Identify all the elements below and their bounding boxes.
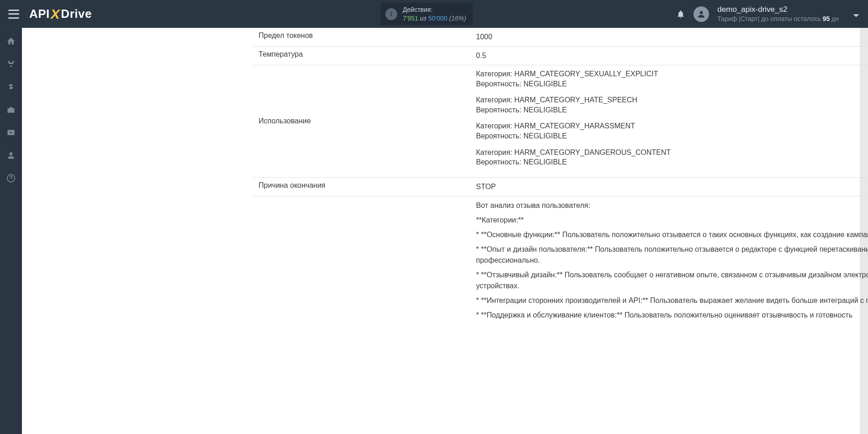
user-name: demo_apix-drive_s2 — [717, 5, 839, 15]
analysis-line: * **Основные функции:** Пользователь пол… — [476, 229, 868, 240]
usage-category: Категория: HARM_CATEGORY_HATE_SPEECHВеро… — [476, 95, 868, 115]
sidebar-connections[interactable] — [6, 59, 16, 69]
token-limit-value: 1000 — [471, 28, 868, 47]
temperature-label: Температура — [253, 47, 471, 65]
table-row: Причина окончания STOP — [253, 177, 868, 196]
content-area: Предел токенов 1000 Температура 0.5 Испо… — [22, 28, 868, 434]
data-panel: Предел токенов 1000 Температура 0.5 Испо… — [22, 28, 860, 434]
menu-toggle-button[interactable] — [8, 10, 19, 19]
actions-numbers: 7'951 из 50'000 (16%) — [403, 14, 466, 22]
top-bar: APIXDrive i Действия: 7'951 из 50'000 (1… — [0, 0, 868, 28]
finish-value: STOP — [471, 177, 868, 196]
user-block[interactable]: demo_apix-drive_s2 Тариф |Старт| до опла… — [717, 5, 839, 23]
user-plan: Тариф |Старт| до оплаты осталось 95 дн — [717, 15, 839, 23]
usage-category: Категория: HARM_CATEGORY_SEXUALLY_EXPLIC… — [476, 69, 868, 89]
sidebar-help[interactable] — [6, 173, 16, 183]
finish-label: Причина окончания — [253, 177, 471, 196]
table-row: Температура 0.5 — [253, 47, 868, 65]
sidebar-billing[interactable] — [6, 82, 16, 92]
analysis-line: * **Интеграции сторонних производителей … — [476, 295, 868, 306]
table-row: Использование Категория: HARM_CATEGORY_S… — [253, 65, 868, 178]
table-row: Предел токенов 1000 — [253, 28, 868, 47]
sidebar-home[interactable] — [6, 36, 16, 46]
sidebar-briefcase[interactable] — [6, 105, 16, 115]
sidebar-video[interactable] — [6, 127, 16, 138]
token-limit-label: Предел токенов — [253, 28, 471, 47]
usage-value: Категория: HARM_CATEGORY_SEXUALLY_EXPLIC… — [471, 65, 868, 178]
result-table: Предел токенов 1000 Температура 0.5 Испо… — [253, 28, 868, 328]
logo[interactable]: APIXDrive — [29, 6, 92, 22]
temperature-value: 0.5 — [471, 47, 868, 65]
analysis-line: * **Опыт и дизайн пользователя:** Пользо… — [476, 244, 868, 266]
actions-counter[interactable]: i Действия: 7'951 из 50'000 (16%) — [381, 3, 473, 25]
usage-label: Использование — [253, 65, 471, 178]
analysis-value: Вот анализ отзыва пользователя: **Катего… — [471, 196, 868, 328]
chevron-down-icon[interactable] — [852, 12, 860, 16]
analysis-line: * **Отзывчивый дизайн:** Пользователь со… — [476, 270, 868, 291]
notifications-icon[interactable] — [676, 9, 685, 19]
sidebar — [0, 28, 22, 434]
usage-category: Категория: HARM_CATEGORY_HARASSMENTВероя… — [476, 121, 868, 141]
analysis-line: * **Поддержка и обслуживание клиентов:**… — [476, 310, 868, 321]
table-row: Вот анализ отзыва пользователя: **Катего… — [253, 196, 868, 328]
sidebar-account[interactable] — [6, 150, 16, 160]
info-icon: i — [386, 8, 397, 20]
usage-category: Категория: HARM_CATEGORY_DANGEROUS_CONTE… — [476, 148, 868, 167]
actions-label: Действия: — [403, 5, 466, 14]
avatar[interactable] — [693, 6, 709, 22]
